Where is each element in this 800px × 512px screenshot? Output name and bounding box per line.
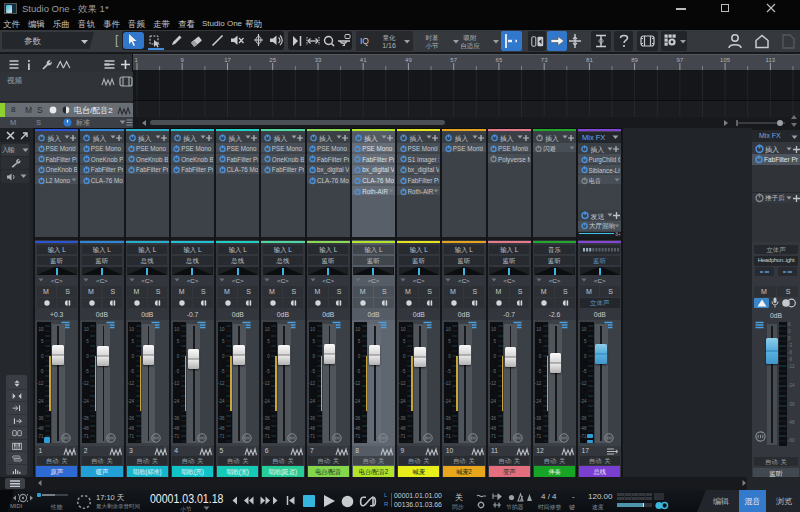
svg-text:57: 57: [450, 57, 457, 63]
svg-text:113: 113: [766, 57, 776, 63]
svg-text:49: 49: [405, 57, 412, 63]
svg-text:1: 1: [135, 57, 139, 63]
svg-text:105: 105: [720, 57, 731, 63]
svg-text:33: 33: [315, 57, 322, 63]
svg-text:89: 89: [631, 57, 638, 63]
svg-text:17: 17: [224, 57, 231, 63]
svg-text:65: 65: [496, 57, 503, 63]
svg-text:25: 25: [269, 57, 276, 63]
svg-text:41: 41: [360, 57, 367, 63]
svg-text:97: 97: [677, 57, 684, 63]
svg-text:9: 9: [181, 57, 185, 63]
svg-text:81: 81: [586, 57, 593, 63]
svg-text:73: 73: [541, 57, 548, 63]
